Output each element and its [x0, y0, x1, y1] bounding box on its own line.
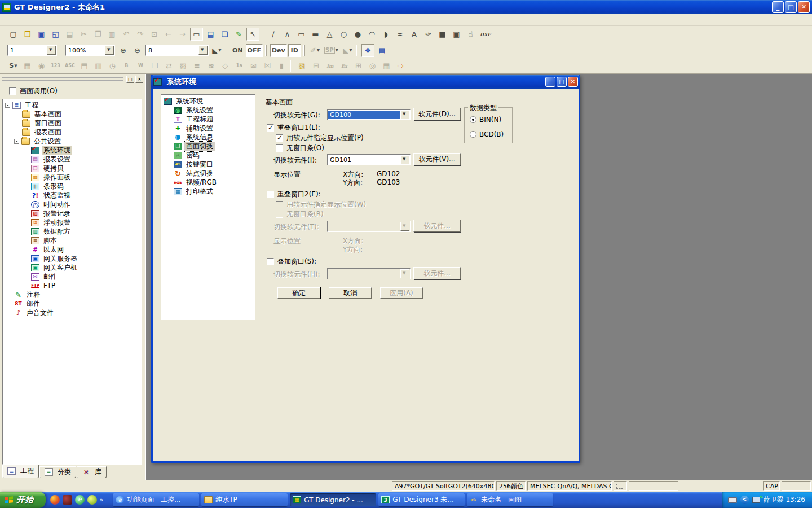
menu-window[interactable]	[94, 19, 104, 21]
rectangle-tool-button[interactable]: ▭	[295, 28, 308, 41]
minimize-button[interactable]: _	[772, 1, 784, 13]
property-sheet-button[interactable]: ▤	[376, 44, 389, 57]
object-move-button[interactable]: ☝	[464, 28, 477, 41]
copy-button[interactable]: ❐	[91, 28, 104, 41]
comment-display-bit-button[interactable]: B	[120, 59, 133, 72]
dialog-maximize-button[interactable]: □	[557, 77, 567, 87]
time-display-button[interactable]: ▥	[92, 59, 105, 72]
close-button[interactable]: ✕	[798, 1, 810, 13]
zoom-combobox[interactable]: 100%	[65, 45, 115, 56]
quick-launch-app[interactable]	[63, 495, 72, 505]
tree-item-window-screen[interactable]: 窗口画面	[3, 119, 142, 128]
grid-combobox[interactable]: 8	[145, 45, 209, 56]
undo-button[interactable]: ↶	[120, 28, 133, 41]
dialog-tree-system-environment[interactable]: 系统环境	[161, 97, 255, 106]
tree-item-recipe[interactable]: 数据配方	[3, 227, 142, 236]
tree-item-hardcopy[interactable]: 硬拷贝	[3, 164, 142, 173]
lamp-object-button[interactable]: ◉	[35, 59, 48, 72]
switch-object-button[interactable]: ▦	[21, 59, 34, 72]
print-preview-button[interactable]: ⊡	[148, 28, 161, 41]
import-image-button[interactable]: ▣	[450, 28, 463, 41]
device-display-button[interactable]: Dev	[270, 44, 287, 57]
touch-key-button[interactable]: ◇	[219, 59, 232, 72]
menu-view[interactable]	[23, 19, 33, 21]
bin-radio-row[interactable]: BIN(N)	[470, 116, 501, 124]
arc-tool-button[interactable]: ◠	[365, 28, 378, 41]
start-button[interactable]: 开始	[0, 492, 46, 508]
alarm-list-button[interactable]: ≡	[191, 59, 204, 72]
toolbar-grip[interactable]	[303, 45, 305, 56]
cancel-button[interactable]: 取消	[329, 287, 372, 299]
tree-item-report-screen[interactable]: 报表画面	[3, 128, 142, 137]
overlap1-position-row[interactable]: 用软元件指定显示位置(P)	[276, 133, 364, 143]
dialog-tree-print-format[interactable]: 打印格式	[161, 187, 255, 196]
ascii-display-button[interactable]: ASC	[63, 59, 77, 72]
redo-button[interactable]: ↷	[134, 28, 147, 41]
tree-item-barcode[interactable]: 条形码	[3, 182, 142, 191]
dialog-tree-video-rgb[interactable]: 视频/RGB	[161, 178, 255, 187]
toolbar-grip[interactable]	[265, 45, 267, 56]
print-button[interactable]: ▤	[63, 28, 76, 41]
zoom-in-button[interactable]: ⊕	[117, 44, 130, 57]
overlap-window1-checkbox[interactable]	[267, 124, 274, 132]
tree-item-system-environment[interactable]: 系统环境	[3, 146, 142, 155]
tree-expander[interactable]: -	[14, 139, 19, 144]
task-gt-designer2[interactable]: GT Designer2 - ...	[290, 493, 376, 506]
tree-item-floating-alarm[interactable]: 浮动报警	[3, 218, 142, 227]
tab-project[interactable]: 工程	[2, 465, 39, 478]
tree-item-operation-panel[interactable]: 操作面板	[3, 173, 142, 182]
device-off-button[interactable]: OFF	[246, 44, 263, 57]
overlap1-no-windowbar-row[interactable]: 无窗口条(O)	[276, 143, 324, 153]
dialog-tree-system-settings[interactable]: 系统设置	[161, 106, 255, 115]
tree-item-common-settings[interactable]: - 公共设置	[3, 137, 142, 146]
screen-list-button[interactable]: ❏	[218, 28, 231, 41]
next-screen-button[interactable]: →	[176, 28, 189, 41]
toolbar-grip[interactable]	[2, 60, 3, 72]
chevron-down-icon[interactable]	[400, 110, 409, 119]
superimpose-window-row[interactable]: 叠加窗口(S):	[267, 257, 316, 266]
alarm-history-button[interactable]: ▨	[176, 59, 189, 72]
task-pure-water-folder[interactable]: 纯水TP	[201, 493, 288, 506]
chevron-down-icon[interactable]	[105, 46, 114, 55]
toolbar-grip[interactable]	[262, 29, 263, 40]
paste-button[interactable]: ▥	[105, 28, 118, 41]
tree-item-comment[interactable]: 注释	[3, 290, 142, 299]
dialog-tree-screen-switching[interactable]: 画面切换	[161, 142, 255, 151]
polygon-tool-button[interactable]: △	[323, 28, 336, 41]
toolbar-grip[interactable]	[60, 45, 61, 56]
network-icon[interactable]	[752, 497, 760, 503]
overlap-window2-checkbox[interactable]	[267, 191, 274, 198]
toolbar-grip[interactable]	[356, 45, 358, 56]
dialog-minimize-button[interactable]: _	[545, 77, 555, 87]
menu-edit[interactable]	[12, 19, 23, 21]
parts-display-button[interactable]: ❒	[148, 59, 161, 72]
bin-radio[interactable]	[470, 116, 476, 123]
chevron-down-icon[interactable]	[47, 46, 56, 55]
line-style-button[interactable]: ✐▼	[308, 44, 321, 57]
import-button[interactable]: Im	[324, 59, 337, 72]
cancel-object-button[interactable]: ☒	[261, 59, 274, 72]
overlap1-device-button[interactable]: 软元件(V)...	[413, 153, 461, 165]
filled-rectangle-tool-button[interactable]: ▬	[309, 28, 322, 41]
export-button[interactable]: Ex	[338, 59, 351, 72]
screen-number-combobox[interactable]: 1	[7, 45, 57, 56]
save-screen-button[interactable]: ◱	[49, 28, 62, 41]
date-display-button[interactable]: ▤	[78, 59, 91, 72]
tree-item-gateway-client[interactable]: 网关客户机	[3, 263, 142, 272]
base-device-button[interactable]: 软元件(D)...	[413, 108, 461, 120]
grid-color-button[interactable]: ◣▼	[210, 44, 223, 57]
dialog-tree-project-title[interactable]: 工程标题	[161, 115, 255, 124]
bcd-radio[interactable]	[470, 131, 476, 138]
maximize-button[interactable]: □	[785, 1, 797, 13]
parts-move-button[interactable]: ⇄	[162, 59, 175, 72]
previous-screen-button[interactable]: ←	[162, 28, 175, 41]
overlap1-switch-device-combobox[interactable]: GD101	[327, 154, 411, 165]
polyline-tool-button[interactable]: ∧	[281, 28, 294, 41]
send-mail-button[interactable]: ✉	[247, 59, 260, 72]
tree-item-ethernet[interactable]: 以太网	[3, 245, 142, 254]
clock-display-button[interactable]: ◷	[106, 59, 119, 72]
menu-project[interactable]	[2, 19, 12, 21]
superimpose-window-checkbox[interactable]	[267, 258, 274, 265]
quick-launch-messenger[interactable]	[50, 495, 60, 505]
comment-display-word-button[interactable]: W	[134, 59, 147, 72]
